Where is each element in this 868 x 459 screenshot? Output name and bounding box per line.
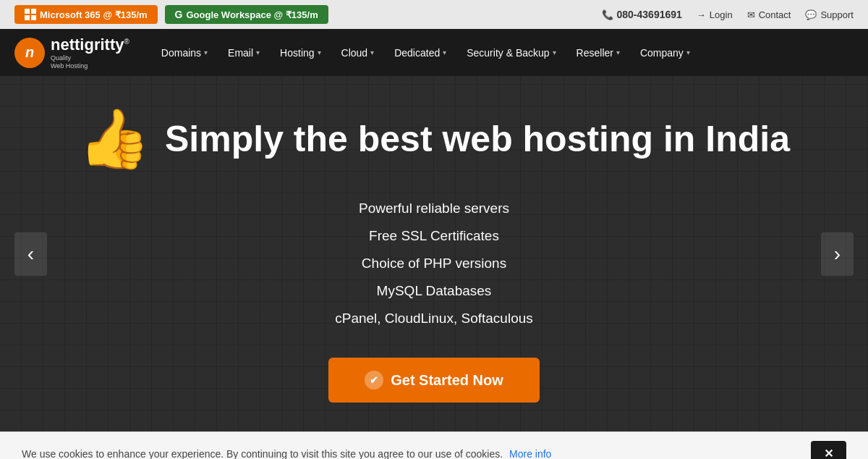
top-bar-right: 📞 080-43691691 → Login ✉ Contact 💬 Suppo… xyxy=(602,9,854,20)
login-link[interactable]: → Login xyxy=(697,9,733,20)
company-arrow: ▾ xyxy=(686,49,690,56)
navbar: n nettigritty® QualityWeb Hosting Domain… xyxy=(0,29,868,76)
reseller-arrow: ▾ xyxy=(616,49,620,56)
logo-registered: ® xyxy=(124,37,129,45)
google-workspace-button[interactable]: G Google Workspace @ ₹135/m xyxy=(165,5,328,24)
support-link[interactable]: 💬 Support xyxy=(805,9,854,20)
carousel-next-button[interactable]: › xyxy=(821,232,854,276)
feature-5: cPanel, CloudLinux, Softaculous xyxy=(335,305,533,332)
thumbs-up-icon: 👍 xyxy=(78,105,150,173)
nav-item-hosting[interactable]: Hosting ▾ xyxy=(270,31,331,75)
microsoft-label: Microsoft 365 @ ₹135/m xyxy=(40,9,148,20)
hero-heading: Simply the best web hosting in India xyxy=(165,119,790,159)
hero-section: ‹ 👍 Simply the best web hosting in India… xyxy=(0,76,868,431)
security-arrow: ▾ xyxy=(553,49,556,56)
login-label: Login xyxy=(710,9,733,20)
nav-item-reseller[interactable]: Reseller ▾ xyxy=(566,31,630,75)
phone-link[interactable]: 📞 080-43691691 xyxy=(602,9,682,20)
get-started-label: Get Started Now xyxy=(391,372,503,389)
hosting-arrow: ▾ xyxy=(318,49,321,56)
feature-4: MySQL Databases xyxy=(335,277,533,305)
contact-link[interactable]: ✉ Contact xyxy=(747,9,791,20)
cookie-more-info-link[interactable]: More info xyxy=(509,448,551,460)
google-label: Google Workspace @ ₹135/m xyxy=(186,9,318,20)
google-icon: G xyxy=(175,9,183,20)
nav-company-label: Company xyxy=(640,47,684,59)
nav-reseller-label: Reseller xyxy=(576,47,613,59)
support-icon: 💬 xyxy=(805,9,817,20)
logo-text-container: nettigritty® QualityWeb Hosting xyxy=(51,35,129,70)
arrow-left-icon: ‹ xyxy=(27,243,34,266)
microsoft-button[interactable]: Microsoft 365 @ ₹135/m xyxy=(14,5,158,24)
nav-email-label: Email xyxy=(228,47,253,59)
cloud-arrow: ▾ xyxy=(370,49,374,56)
cookie-bar: We use cookies to enhance your experienc… xyxy=(0,431,868,459)
carousel-prev-button[interactable]: ‹ xyxy=(14,232,47,276)
phone-icon: 📞 xyxy=(602,9,613,20)
top-bar-left: Microsoft 365 @ ₹135/m G Google Workspac… xyxy=(14,5,593,24)
phone-number: 080-43691691 xyxy=(617,9,682,20)
nav-cloud-label: Cloud xyxy=(341,47,368,59)
check-circle-icon: ✔ xyxy=(365,371,383,389)
nav-item-security[interactable]: Security & Backup ▾ xyxy=(456,31,566,75)
support-label: Support xyxy=(820,9,854,20)
contact-label: Contact xyxy=(759,9,791,20)
email-arrow: ▾ xyxy=(256,49,260,56)
feature-2: Free SSL Certificates xyxy=(335,222,533,250)
cookie-close-button[interactable]: ✕ xyxy=(811,441,846,459)
logo-icon: n xyxy=(14,38,45,68)
logo-text: nettigritty® xyxy=(51,35,129,54)
contact-icon: ✉ xyxy=(747,9,755,20)
logo[interactable]: n nettigritty® QualityWeb Hosting xyxy=(14,35,129,70)
feature-1: Powerful reliable servers xyxy=(335,195,533,222)
cookie-text: We use cookies to enhance your experienc… xyxy=(22,448,503,460)
microsoft-icon xyxy=(25,9,36,20)
nav-item-email[interactable]: Email ▾ xyxy=(218,31,270,75)
nav-hosting-label: Hosting xyxy=(280,47,314,59)
nav-menu: Domains ▾ Email ▾ Hosting ▾ Cloud ▾ Dedi… xyxy=(151,31,700,75)
arrow-right-icon: › xyxy=(834,243,841,266)
nav-item-company[interactable]: Company ▾ xyxy=(630,31,700,75)
top-bar: Microsoft 365 @ ₹135/m G Google Workspac… xyxy=(0,0,868,29)
cookie-message: We use cookies to enhance your experienc… xyxy=(22,448,811,460)
dedicated-arrow: ▾ xyxy=(443,49,446,56)
nav-domains-label: Domains xyxy=(161,47,201,59)
nav-item-cloud[interactable]: Cloud ▾ xyxy=(331,31,385,75)
logo-sub: QualityWeb Hosting xyxy=(51,54,129,70)
hero-title-area: 👍 Simply the best web hosting in India xyxy=(78,105,790,173)
get-started-button[interactable]: ✔ Get Started Now xyxy=(328,358,540,403)
login-icon: → xyxy=(697,9,706,20)
nav-security-label: Security & Backup xyxy=(467,47,549,59)
hero-features: Powerful reliable servers Free SSL Certi… xyxy=(335,195,533,332)
nav-dedicated-label: Dedicated xyxy=(394,47,440,59)
nav-item-dedicated[interactable]: Dedicated ▾ xyxy=(384,31,456,75)
domains-arrow: ▾ xyxy=(204,49,208,56)
nav-item-domains[interactable]: Domains ▾ xyxy=(151,31,218,75)
feature-3: Choice of PHP versions xyxy=(335,250,533,277)
